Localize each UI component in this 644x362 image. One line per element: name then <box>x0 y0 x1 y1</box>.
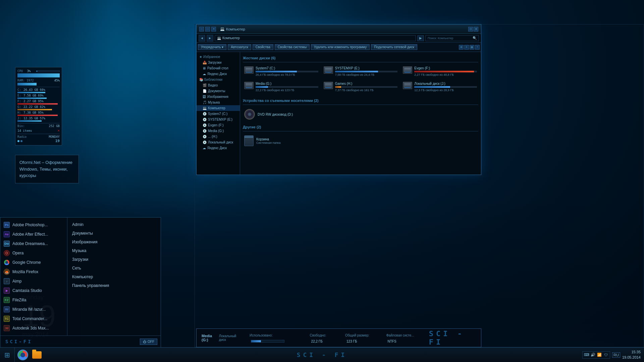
toolbar-autorun-btn[interactable]: Автозапуск <box>228 44 251 50</box>
window-maximize-btn[interactable]: □ <box>205 27 210 32</box>
downloads-folder-icon: 📥 <box>203 61 207 64</box>
view-list-btn[interactable]: ▦ <box>470 45 474 50</box>
start-place-controlpanel[interactable]: Панель управления <box>67 281 161 290</box>
computer-icon: 💻 <box>203 106 207 110</box>
nav-forward-btn[interactable]: ► <box>207 35 213 42</box>
sidebar-yandex-disk[interactable]: ☁ Яндекс Диск <box>197 145 240 151</box>
sidebar-docs[interactable]: 📄 Документы <box>197 88 240 94</box>
trash-item[interactable]: Корзина Системная папка <box>243 134 282 147</box>
tray-network-icon[interactable]: 📶 <box>597 352 602 358</box>
taskbar-lang[interactable]: RU <box>612 352 620 358</box>
drive-c-icon: 💿 <box>203 112 207 116</box>
tray-security-icon[interactable]: 🛡 <box>603 352 608 358</box>
folder-taskbar-icon <box>32 351 42 359</box>
chrome-icon <box>4 259 10 265</box>
start-app-photoshop[interactable]: Ps Adobe Photoshop... <box>0 220 67 230</box>
address-bar-go-btn[interactable]: ▶ <box>417 35 424 41</box>
start-app-camtasia[interactable]: ▶ Camtasia Studio <box>0 286 67 295</box>
sidebar-drive-g[interactable]: 💿 Media (G:) <box>197 128 240 134</box>
sidebar-drive-c[interactable]: 💿 System7 (C:) <box>197 111 240 117</box>
start-place-music[interactable]: Музыка <box>67 246 161 255</box>
start-button[interactable]: ⊞ <box>0 348 15 362</box>
window-close-btn[interactable]: ✕ <box>211 27 216 32</box>
sidebar-drive-f[interactable]: 💿 Evgen (F:) <box>197 122 240 128</box>
start-app-firefox[interactable]: 🦊 Mozilla Firefox <box>0 267 67 277</box>
sidebar-video[interactable]: 🎬 Видео <box>197 82 240 88</box>
sidebar-libraries-header[interactable]: 📚 Библиотеки <box>197 77 240 82</box>
drive-item-c[interactable]: System7 (C:) 26,4 ГБ свободно из 78,0 ГБ <box>243 65 320 78</box>
taskbar-chrome-icon[interactable] <box>16 348 30 362</box>
start-off-button[interactable]: ⏻ OFF <box>140 339 157 345</box>
toolbar-properties-btn[interactable]: Свойства <box>253 44 273 50</box>
start-app-chrome-label: Google Chrome <box>12 260 41 265</box>
start-place-docs-label: Документы <box>72 231 93 236</box>
explorer-titlebar: ─ □ ✕ 💻 Компьютер ⊡ ⊞ <box>197 24 481 34</box>
sidebar-favorites-header[interactable]: ★ Избранное <box>197 54 240 60</box>
start-app-aimp[interactable]: ♪ Aimp <box>0 277 67 286</box>
toolbar-uninstall-btn[interactable]: Удалить или изменить программу <box>311 44 370 50</box>
sidebar-drive-f-label: Evgen (F:) <box>208 123 224 127</box>
view-detail-btn[interactable]: ≡ <box>464 45 469 50</box>
help-btn[interactable]: ? <box>475 45 480 50</box>
start-place-docs[interactable]: Документы <box>67 229 161 238</box>
window-minimize-btn[interactable]: ─ <box>199 27 204 32</box>
start-place-computer[interactable]: Компьютер <box>67 273 161 281</box>
sidebar-drive-h[interactable]: 💿 ... (H:) <box>197 134 240 139</box>
tray-speaker-icon[interactable]: 🔊 <box>590 352 596 358</box>
sidebar-computer-header[interactable]: 💻 Компьютер <box>197 105 240 111</box>
day-label: MONDAY <box>49 135 60 138</box>
drive-item-f[interactable]: Evgen (F:) 2,27 ГБ свободно из 48,8 ГБ <box>401 65 478 78</box>
start-app-3dsmax[interactable]: 3d Autodesk 3ds Max... <box>0 323 67 333</box>
start-app-totalcmd[interactable]: TC Total Commander... <box>0 314 67 323</box>
toolbar-sysprops-btn[interactable]: Свойства системы <box>275 44 310 50</box>
start-app-opera[interactable]: O Opera <box>0 248 67 258</box>
drive-item-j[interactable]: Локальный диск (J:) 12,3 ГБ свободно из … <box>401 80 478 93</box>
taskbar-tray: ⌨ 🔊 📶 🛡 RU 15:35 19.05.2014 <box>579 350 644 360</box>
sidebar-images[interactable]: 🖼 Изображения <box>197 94 240 100</box>
drive-item-g[interactable]: Media (G:) 22,2 ГБ свободно из 123 ГБ <box>243 80 320 93</box>
address-bar[interactable]: 💻 Компьютер <box>215 35 416 41</box>
search-bar[interactable]: Поиск: Компьютер 🔍 <box>425 35 479 41</box>
drive-f-info: Evgen (F:) 2,27 ГБ свободно из 48,8 ГБ <box>414 66 477 76</box>
toolbar-organize-btn[interactable]: Упорядочить ▾ <box>198 44 226 50</box>
view-icon-btn[interactable]: ⊞ <box>459 45 464 50</box>
sidebar-downloads[interactable]: 📥 Загрузки <box>197 60 240 65</box>
start-app-filezilla[interactable]: FZ FileZilla <box>0 295 67 305</box>
toolbar-connect-btn[interactable]: Подключить сетевой диск <box>371 44 417 50</box>
start-app-aftereffects[interactable]: Ae Adobe After Effect... <box>0 230 67 239</box>
start-app-chrome[interactable]: Google Chrome <box>0 258 67 267</box>
drive-c-bar-bg <box>256 71 318 72</box>
sidebar-local-disk[interactable]: 💿 Локальный диск <box>197 139 240 145</box>
start-app-dreamweaver[interactable]: Dw Adobe Dreamwea... <box>0 239 67 248</box>
sidebar-yandex[interactable]: ☁ Яндекс.Диск <box>197 71 240 77</box>
drive-item-e[interactable]: SYSTEMXP (E:) 7,58 ГБ свободно из 24,4 Г… <box>322 65 399 78</box>
status-free-label: Свободно: <box>310 334 326 337</box>
start-place-admin[interactable]: Admin <box>67 220 161 229</box>
drive-e-info: SYSTEMXP (E:) 7,58 ГБ свободно из 24,4 Г… <box>335 66 398 76</box>
drive-g-size: 22,2 ГБ свободно из 123 ГБ <box>256 88 318 92</box>
drive-g-icon: 💿 <box>203 129 207 133</box>
status-drive-info: Media (G:) Локальный диск <box>202 334 239 342</box>
start-place-images[interactable]: Изображения <box>67 238 161 246</box>
toolbar-sysprops-label: Свойства системы <box>278 45 307 49</box>
start-place-network[interactable]: Сеть <box>67 264 161 273</box>
nav-back-btn[interactable]: ◄ <box>199 35 205 42</box>
sidebar-desktop[interactable]: 🖥 Рабочий стол <box>197 65 240 71</box>
window-btn-2[interactable]: ⊞ <box>474 27 478 32</box>
sidebar-downloads-label: Загрузки <box>208 61 221 64</box>
camtasia-icon: ▶ <box>4 288 10 294</box>
window-btn-1[interactable]: ⊡ <box>468 27 473 32</box>
drive-item-h[interactable]: Games (H:) 7,37 ГБ свободно из 161 ГБ <box>322 80 399 93</box>
tray-keyboard-icon[interactable]: ⌨ <box>584 352 589 358</box>
sidebar-drive-e[interactable]: 💿 SYSTEMXP (E:) <box>197 117 240 122</box>
sidebar-music[interactable]: 🎵 Музыка <box>197 100 240 105</box>
start-app-3dsmax-label: Autodesk 3ds Max... <box>12 326 49 330</box>
start-place-network-label: Сеть <box>72 266 81 270</box>
images-icon: 🖼 <box>203 95 206 99</box>
start-place-downloads[interactable]: Загрузки <box>67 255 161 264</box>
taskbar-folder-icon[interactable] <box>30 348 44 362</box>
drive-j-hdd-icon <box>403 82 412 89</box>
start-off-label: OFF <box>148 340 154 344</box>
dvd-drive-item[interactable]: DVD RW дисковод (D:) <box>243 108 478 121</box>
start-app-miranda[interactable]: IM Miranda IM /azur... <box>0 305 67 314</box>
